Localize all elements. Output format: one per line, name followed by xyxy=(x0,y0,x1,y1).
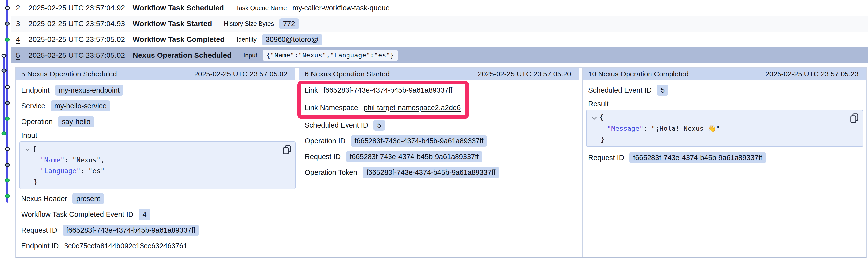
panel-title: 5 Nexus Operation Scheduled xyxy=(21,70,117,78)
event-detail-label: History Size Bytes xyxy=(224,20,274,27)
timeline-branch-line xyxy=(3,56,5,134)
json-close-brace: } xyxy=(34,178,37,186)
task-queue-link[interactable]: my-caller-workflow-task-queue xyxy=(292,4,390,12)
json-value: : "es" xyxy=(81,167,105,175)
request-id-badge: f665283f-743e-4374-b45b-9a61a89337ff xyxy=(63,225,199,236)
event-history-table: 2 2025-02-25 UTC 23:57:04.92 Workflow Ta… xyxy=(11,0,868,63)
timeline-event-dot-started xyxy=(5,101,10,105)
request-id-badge: f665283f-743e-4374-b45b-9a61a89337ff xyxy=(629,152,766,163)
json-value: : "¡Hola! Nexus 👋" xyxy=(643,124,720,132)
field-label: Nexus Header xyxy=(21,195,67,203)
event-name: Workflow Task Scheduled xyxy=(133,4,224,12)
timeline-event-dot-completed xyxy=(2,132,6,136)
timeline-event-dot-scheduled xyxy=(5,147,10,151)
field-label: Request ID xyxy=(305,153,341,161)
field-label: Operation xyxy=(21,118,53,126)
event-id-link[interactable]: 3 xyxy=(16,20,28,28)
field-label: Scheduled Event ID xyxy=(305,121,368,129)
event-detail-label: Task Queue Name xyxy=(236,4,287,11)
wtc-event-id-badge: 4 xyxy=(138,209,150,220)
json-key: "Name" xyxy=(40,156,64,164)
timeline-event-dot-completed xyxy=(5,178,10,182)
event-name: Workflow Task Completed xyxy=(133,35,225,44)
field-label: Operation ID xyxy=(305,137,345,145)
panel-timestamp: 2025-02-25 UTC 23:57:05.20 xyxy=(478,70,571,78)
field-label: Operation Token xyxy=(305,169,357,177)
request-id-badge: f665283f-743e-4374-b45b-9a61a89337ff xyxy=(346,151,483,162)
json-open-brace: { xyxy=(32,145,36,152)
event-id-link[interactable]: 4 xyxy=(16,35,28,44)
timeline-event-dot-completed xyxy=(5,194,10,198)
annotation-highlight-box xyxy=(297,81,469,119)
panel-header: 10 Nexus Operation Completed 2025-02-25 … xyxy=(583,68,866,80)
scheduled-event-id-badge: 5 xyxy=(657,85,668,96)
field-label: Service xyxy=(21,102,45,110)
endpoint-badge: my-nexus-endpoint xyxy=(55,85,124,96)
event-row-5-selected[interactable]: 5 2025-02-25 UTC 23:57:05.02 Nexus Opera… xyxy=(11,47,868,63)
copy-icon[interactable] xyxy=(283,145,291,158)
field-label: Endpoint ID xyxy=(21,242,59,250)
field-label: Scheduled Event ID xyxy=(588,86,651,94)
result-json-viewer: { "Message": "¡Hola! Nexus 👋" } xyxy=(586,110,863,147)
field-request-id: Request ID f665283f-743e-4374-b45b-9a61a… xyxy=(588,150,860,165)
json-key: "Language" xyxy=(40,167,81,175)
field-operation: Operation say-hello xyxy=(21,114,292,129)
field-result: Result xyxy=(588,98,860,110)
service-badge: my-hello-service xyxy=(51,100,110,111)
scheduled-event-id-badge: 5 xyxy=(373,120,385,131)
nexus-header-badge: present xyxy=(72,193,104,204)
timeline-event-dot-started xyxy=(2,69,6,73)
event-row-2[interactable]: 2 2025-02-25 UTC 23:57:04.92 Workflow Ta… xyxy=(11,0,868,16)
json-line: } xyxy=(592,134,858,145)
event-row-3[interactable]: 3 2025-02-25 UTC 23:57:04.93 Workflow Ta… xyxy=(11,16,868,32)
panel-timestamp: 2025-02-25 UTC 23:57:05.23 xyxy=(766,70,859,78)
json-open-brace: { xyxy=(599,113,603,121)
event-timestamp: 2025-02-25 UTC 23:57:04.93 xyxy=(28,20,133,28)
timeline-event-dot-scheduled xyxy=(5,6,10,10)
json-key: "Message" xyxy=(607,124,643,132)
json-close-brace: } xyxy=(600,136,604,143)
field-operation-id: Operation ID f665283f-743e-4374-b45b-9a6… xyxy=(305,133,576,149)
event-timestamp: 2025-02-25 UTC 23:57:05.02 xyxy=(28,51,133,60)
field-label: Endpoint xyxy=(21,86,50,94)
event-row-4[interactable]: 4 2025-02-25 UTC 23:57:05.02 Workflow Ta… xyxy=(11,32,868,47)
field-request-id: Request ID f665283f-743e-4374-b45b-9a61a… xyxy=(305,149,576,164)
field-request-id: Request ID f665283f-743e-4374-b45b-9a61a… xyxy=(21,222,292,238)
panel-header: 5 Nexus Operation Scheduled 2025-02-25 U… xyxy=(16,68,295,80)
panel-title: 10 Nexus Operation Completed xyxy=(588,70,688,78)
timeline-event-dot-scheduled xyxy=(5,85,10,89)
endpoint-id-link[interactable]: 3c0c75ccfa8144b092c13ce632463761 xyxy=(64,242,187,250)
event-name: Nexus Operation Scheduled xyxy=(133,51,231,60)
json-line: "Message": "¡Hola! Nexus 👋" xyxy=(592,123,858,134)
event-id-link[interactable]: 5 xyxy=(16,51,28,60)
timeline-event-dot-started xyxy=(5,22,10,26)
json-line: } xyxy=(25,176,290,187)
timeline-event-dot-completed xyxy=(5,117,10,121)
field-wtc-event-id: Workflow Task Completed Event ID 4 xyxy=(21,207,292,222)
json-line: "Language": "es" xyxy=(25,165,290,176)
chevron-down-icon[interactable] xyxy=(592,112,597,123)
field-endpoint: Endpoint my-nexus-endpoint xyxy=(21,82,292,98)
field-label: Workflow Task Completed Event ID xyxy=(21,211,133,219)
panel-timestamp: 2025-02-25 UTC 23:57:05.02 xyxy=(194,70,287,78)
copy-icon[interactable] xyxy=(850,113,859,126)
operation-id-badge: f665283f-743e-4374-b45b-9a61a89337ff xyxy=(351,136,487,147)
event-timestamp: 2025-02-25 UTC 23:57:05.02 xyxy=(28,35,133,44)
event-id-link[interactable]: 2 xyxy=(16,4,28,12)
json-line: { xyxy=(592,112,858,123)
chevron-down-icon[interactable] xyxy=(25,144,30,155)
field-input: Input xyxy=(21,129,292,141)
field-label: Request ID xyxy=(588,154,624,162)
field-label: Input xyxy=(21,132,37,140)
event-detail-label: Input xyxy=(243,52,257,59)
panel-nexus-operation-scheduled: 5 Nexus Operation Scheduled 2025-02-25 U… xyxy=(16,68,299,257)
event-detail-label: Identity xyxy=(237,36,256,43)
field-endpoint-id: Endpoint ID 3c0c75ccfa8144b092c13ce63246… xyxy=(21,238,292,254)
json-line: "Name": "Nexus", xyxy=(25,155,290,165)
field-nexus-header: Nexus Header present xyxy=(21,191,292,207)
field-label: Result xyxy=(588,100,609,108)
panel-nexus-operation-completed: 10 Nexus Operation Completed 2025-02-25 … xyxy=(582,68,866,257)
json-line: { xyxy=(25,143,290,155)
panel-title: 6 Nexus Operation Started xyxy=(305,70,390,78)
history-size-badge: 772 xyxy=(279,18,299,29)
